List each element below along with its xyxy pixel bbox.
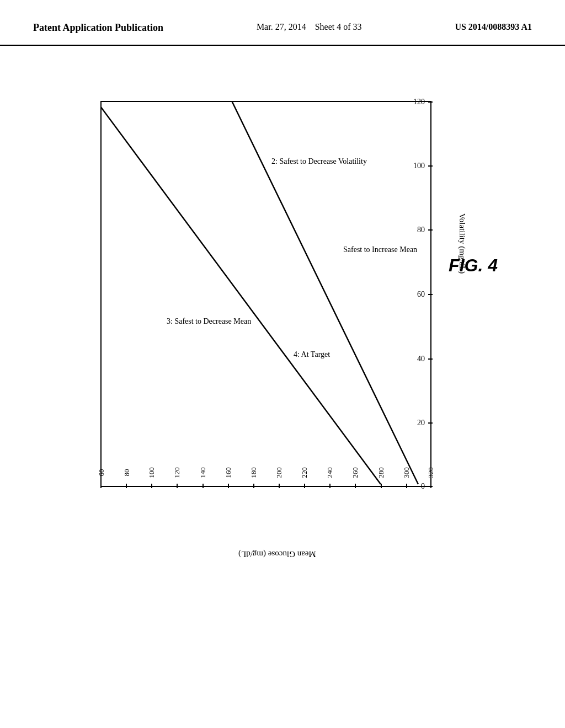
- y-tick-label-0: 0: [421, 482, 425, 491]
- main-content: 0 20 40 60 80: [0, 46, 565, 608]
- x-tick-200: 200: [279, 484, 280, 488]
- x-tick-label-280: 280: [377, 467, 386, 478]
- y-tick-line: [428, 165, 433, 167]
- y-tick-line: [428, 101, 433, 103]
- x-tick-260: 260: [355, 484, 356, 488]
- x-tick-140: 140: [202, 484, 204, 488]
- chart-area: 0 20 40 60 80: [100, 101, 431, 487]
- region-label-3: 3: Safest to Decrease Mean: [167, 316, 251, 327]
- x-tick-100: 100: [151, 484, 152, 488]
- region-label-2: 2: Safest to Decrease Volatility: [271, 156, 367, 167]
- x-tick-label-240: 240: [326, 467, 334, 478]
- x-tick-line: [100, 484, 102, 488]
- x-tick-280: 280: [381, 484, 382, 488]
- x-tick-line: [177, 484, 178, 488]
- x-tick-80: 80: [126, 484, 127, 488]
- region-label-4: 4: At Target: [294, 349, 330, 360]
- x-tick-300: 300: [406, 484, 407, 488]
- x-tick-line: [253, 484, 254, 488]
- x-tick-180: 180: [253, 484, 254, 488]
- y-tick-line: [428, 294, 433, 295]
- x-tick-label-320: 320: [427, 467, 435, 478]
- x-tick-line: [381, 484, 382, 488]
- sheet-number: Sheet 4 of 33: [315, 22, 362, 31]
- region-label-1: Safest to Increase Mean: [343, 244, 417, 255]
- y-tick-120: 120: [428, 101, 433, 103]
- y-tick-20: 20: [428, 422, 433, 424]
- x-tick-label-180: 180: [249, 467, 258, 478]
- x-tick-line: [406, 484, 407, 488]
- x-tick-60: 60: [100, 484, 102, 488]
- x-tick-120: 120: [177, 484, 178, 488]
- x-tick-label-120: 120: [173, 467, 182, 478]
- x-tick-160: 160: [228, 484, 229, 488]
- x-axis-title: Mean Glucose (mg/dL): [238, 549, 316, 559]
- x-tick-label-300: 300: [402, 467, 411, 478]
- y-tick-label-60: 60: [417, 290, 425, 299]
- publication-date-sheet: Mar. 27, 2014 Sheet 4 of 33: [257, 22, 362, 32]
- x-tick-line: [151, 484, 152, 488]
- page-header: Patent Application Publication Mar. 27, …: [0, 0, 565, 46]
- fig-label: FIG. 4: [449, 255, 498, 276]
- y-tick-label-40: 40: [417, 355, 425, 363]
- chart-container: 0 20 40 60 80: [56, 79, 509, 575]
- y-tick-label-100: 100: [413, 162, 425, 170]
- x-tick-line: [279, 484, 280, 488]
- y-tick-label-20: 20: [417, 419, 425, 427]
- x-tick-line: [126, 484, 127, 488]
- x-tick-line: [355, 484, 356, 488]
- y-tick-60: 60: [428, 294, 433, 295]
- x-tick-line: [202, 484, 204, 488]
- publication-title: Patent Application Publication: [33, 22, 163, 34]
- y-tick-line: [428, 229, 433, 231]
- y-tick-label-120: 120: [413, 98, 425, 106]
- chart-svg: [100, 101, 431, 487]
- y-tick-100: 100: [428, 165, 433, 167]
- x-tick-label-220: 220: [300, 467, 309, 478]
- x-tick-label-100: 100: [147, 467, 156, 478]
- x-tick-220: 220: [304, 484, 305, 488]
- x-tick-240: 240: [329, 484, 331, 488]
- x-tick-label-260: 260: [351, 467, 360, 478]
- x-tick-line: [228, 484, 229, 488]
- x-tick-label-200: 200: [275, 467, 284, 478]
- x-tick-label-60: 60: [97, 469, 105, 477]
- y-tick-80: 80: [428, 229, 433, 231]
- y-tick-line: [428, 358, 433, 360]
- x-tick-label-80: 80: [122, 469, 131, 477]
- publication-date: Mar. 27, 2014: [257, 22, 306, 31]
- y-tick-40: 40: [428, 358, 433, 360]
- x-tick-line: [329, 484, 331, 488]
- publication-number: US 2014/0088393 A1: [455, 22, 532, 32]
- y-tick-line: [428, 422, 433, 424]
- x-tick-320: 320: [430, 484, 431, 488]
- x-tick-label-160: 160: [224, 467, 233, 478]
- x-tick-line: [430, 484, 431, 488]
- y-tick-label-80: 80: [417, 226, 425, 234]
- x-tick-label-140: 140: [199, 467, 207, 478]
- x-tick-line: [304, 484, 305, 488]
